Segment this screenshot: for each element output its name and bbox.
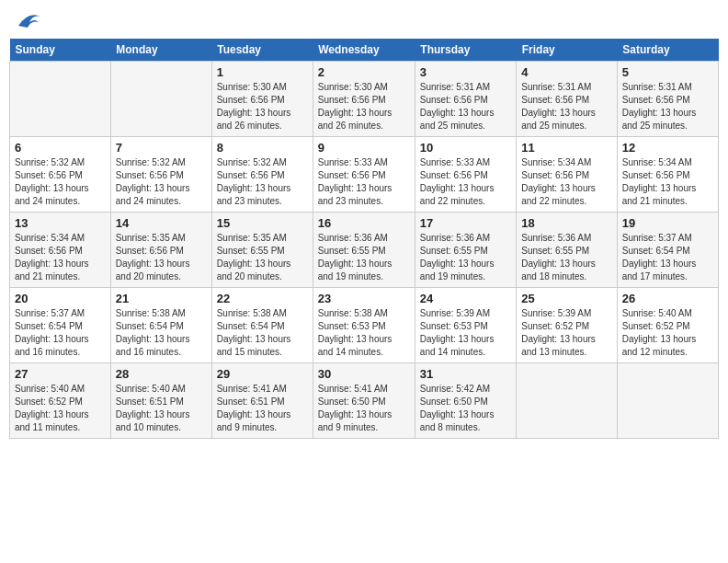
day-info: Sunrise: 5:30 AM Sunset: 6:56 PM Dayligh… bbox=[318, 81, 410, 132]
calendar-cell: 26Sunrise: 5:40 AM Sunset: 6:52 PM Dayli… bbox=[617, 288, 718, 363]
day-info: Sunrise: 5:42 AM Sunset: 6:50 PM Dayligh… bbox=[420, 383, 511, 434]
day-info: Sunrise: 5:38 AM Sunset: 6:53 PM Dayligh… bbox=[318, 307, 410, 359]
calendar-cell: 4Sunrise: 5:31 AM Sunset: 6:56 PM Daylig… bbox=[517, 62, 618, 137]
day-number: 29 bbox=[217, 367, 308, 381]
day-number: 28 bbox=[116, 367, 207, 381]
day-info: Sunrise: 5:34 AM Sunset: 6:56 PM Dayligh… bbox=[521, 156, 612, 208]
calendar-cell: 27Sunrise: 5:40 AM Sunset: 6:52 PM Dayli… bbox=[10, 363, 111, 439]
day-info: Sunrise: 5:36 AM Sunset: 6:55 PM Dayligh… bbox=[521, 232, 612, 283]
calendar-cell bbox=[10, 62, 111, 137]
day-number: 2 bbox=[318, 65, 410, 79]
day-number: 16 bbox=[318, 216, 410, 230]
day-number: 10 bbox=[420, 141, 511, 155]
calendar-cell: 14Sunrise: 5:35 AM Sunset: 6:56 PM Dayli… bbox=[110, 213, 211, 288]
calendar-cell: 29Sunrise: 5:41 AM Sunset: 6:51 PM Dayli… bbox=[211, 363, 313, 439]
day-number: 3 bbox=[420, 65, 511, 79]
calendar-cell: 3Sunrise: 5:31 AM Sunset: 6:56 PM Daylig… bbox=[415, 62, 516, 137]
day-info: Sunrise: 5:39 AM Sunset: 6:52 PM Dayligh… bbox=[521, 307, 612, 359]
calendar-cell: 1Sunrise: 5:30 AM Sunset: 6:56 PM Daylig… bbox=[211, 62, 313, 137]
calendar-cell: 10Sunrise: 5:33 AM Sunset: 6:56 PM Dayli… bbox=[415, 137, 516, 213]
weekday-header-wednesday: Wednesday bbox=[313, 39, 415, 62]
day-info: Sunrise: 5:30 AM Sunset: 6:56 PM Dayligh… bbox=[217, 81, 308, 132]
calendar-cell: 31Sunrise: 5:42 AM Sunset: 6:50 PM Dayli… bbox=[415, 363, 516, 439]
weekday-header-saturday: Saturday bbox=[617, 39, 718, 62]
day-number: 31 bbox=[420, 367, 511, 381]
week-row-3: 13Sunrise: 5:34 AM Sunset: 6:56 PM Dayli… bbox=[10, 213, 719, 288]
day-info: Sunrise: 5:38 AM Sunset: 6:54 PM Dayligh… bbox=[116, 307, 207, 359]
day-number: 5 bbox=[622, 65, 713, 79]
day-info: Sunrise: 5:33 AM Sunset: 6:56 PM Dayligh… bbox=[318, 156, 410, 208]
day-info: Sunrise: 5:39 AM Sunset: 6:53 PM Dayligh… bbox=[420, 307, 511, 359]
calendar-cell: 18Sunrise: 5:36 AM Sunset: 6:55 PM Dayli… bbox=[517, 213, 618, 288]
week-row-1: 1Sunrise: 5:30 AM Sunset: 6:56 PM Daylig… bbox=[10, 62, 719, 137]
day-number: 22 bbox=[217, 292, 308, 305]
calendar-cell: 6Sunrise: 5:32 AM Sunset: 6:56 PM Daylig… bbox=[10, 137, 111, 213]
calendar-cell: 30Sunrise: 5:41 AM Sunset: 6:50 PM Dayli… bbox=[313, 363, 415, 439]
week-row-5: 27Sunrise: 5:40 AM Sunset: 6:52 PM Dayli… bbox=[10, 363, 719, 439]
day-info: Sunrise: 5:37 AM Sunset: 6:54 PM Dayligh… bbox=[622, 232, 713, 283]
day-number: 25 bbox=[521, 292, 612, 305]
day-number: 11 bbox=[521, 141, 612, 155]
calendar-cell: 28Sunrise: 5:40 AM Sunset: 6:51 PM Dayli… bbox=[110, 363, 211, 439]
day-number: 19 bbox=[622, 216, 713, 230]
weekday-header-monday: Monday bbox=[110, 39, 211, 62]
day-number: 24 bbox=[420, 292, 511, 305]
week-row-2: 6Sunrise: 5:32 AM Sunset: 6:56 PM Daylig… bbox=[10, 137, 719, 213]
day-info: Sunrise: 5:35 AM Sunset: 6:55 PM Dayligh… bbox=[217, 232, 308, 283]
day-number: 14 bbox=[116, 216, 207, 230]
calendar-cell bbox=[517, 363, 618, 439]
day-info: Sunrise: 5:31 AM Sunset: 6:56 PM Dayligh… bbox=[521, 81, 612, 132]
calendar-cell bbox=[617, 363, 718, 439]
day-number: 4 bbox=[521, 65, 612, 79]
weekday-header-row: SundayMondayTuesdayWednesdayThursdayFrid… bbox=[10, 39, 719, 62]
day-number: 7 bbox=[116, 141, 207, 155]
day-info: Sunrise: 5:41 AM Sunset: 6:51 PM Dayligh… bbox=[217, 383, 308, 434]
day-number: 17 bbox=[420, 216, 511, 230]
day-info: Sunrise: 5:33 AM Sunset: 6:56 PM Dayligh… bbox=[420, 156, 511, 208]
calendar-cell: 7Sunrise: 5:32 AM Sunset: 6:56 PM Daylig… bbox=[110, 137, 211, 213]
day-info: Sunrise: 5:31 AM Sunset: 6:56 PM Dayligh… bbox=[420, 81, 511, 132]
day-info: Sunrise: 5:38 AM Sunset: 6:54 PM Dayligh… bbox=[217, 307, 308, 359]
calendar-cell: 15Sunrise: 5:35 AM Sunset: 6:55 PM Dayli… bbox=[211, 213, 313, 288]
day-number: 30 bbox=[318, 367, 410, 381]
day-info: Sunrise: 5:32 AM Sunset: 6:56 PM Dayligh… bbox=[116, 156, 207, 208]
weekday-header-thursday: Thursday bbox=[415, 39, 516, 62]
calendar-cell: 22Sunrise: 5:38 AM Sunset: 6:54 PM Dayli… bbox=[211, 288, 313, 363]
calendar-table: SundayMondayTuesdayWednesdayThursdayFrid… bbox=[9, 39, 719, 439]
calendar-cell: 5Sunrise: 5:31 AM Sunset: 6:56 PM Daylig… bbox=[617, 62, 718, 137]
day-number: 27 bbox=[15, 367, 106, 381]
calendar-cell: 21Sunrise: 5:38 AM Sunset: 6:54 PM Dayli… bbox=[110, 288, 211, 363]
logo bbox=[13, 9, 42, 31]
calendar-cell: 16Sunrise: 5:36 AM Sunset: 6:55 PM Dayli… bbox=[313, 213, 415, 288]
day-info: Sunrise: 5:32 AM Sunset: 6:56 PM Dayligh… bbox=[15, 156, 106, 208]
weekday-header-sunday: Sunday bbox=[10, 39, 111, 62]
calendar-cell: 20Sunrise: 5:37 AM Sunset: 6:54 PM Dayli… bbox=[10, 288, 111, 363]
day-number: 12 bbox=[622, 141, 713, 155]
calendar-cell: 8Sunrise: 5:32 AM Sunset: 6:56 PM Daylig… bbox=[211, 137, 313, 213]
day-number: 21 bbox=[116, 292, 207, 305]
calendar-cell: 11Sunrise: 5:34 AM Sunset: 6:56 PM Dayli… bbox=[517, 137, 618, 213]
day-info: Sunrise: 5:36 AM Sunset: 6:55 PM Dayligh… bbox=[318, 232, 410, 283]
week-row-4: 20Sunrise: 5:37 AM Sunset: 6:54 PM Dayli… bbox=[10, 288, 719, 363]
weekday-header-tuesday: Tuesday bbox=[211, 39, 313, 62]
day-number: 15 bbox=[217, 216, 308, 230]
day-info: Sunrise: 5:34 AM Sunset: 6:56 PM Dayligh… bbox=[15, 232, 106, 283]
calendar-cell: 2Sunrise: 5:30 AM Sunset: 6:56 PM Daylig… bbox=[313, 62, 415, 137]
day-number: 9 bbox=[318, 141, 410, 155]
logo-icon bbox=[15, 9, 42, 31]
day-number: 8 bbox=[217, 141, 308, 155]
day-number: 13 bbox=[15, 216, 106, 230]
page-header bbox=[9, 9, 719, 31]
calendar-cell: 19Sunrise: 5:37 AM Sunset: 6:54 PM Dayli… bbox=[617, 213, 718, 288]
weekday-header-friday: Friday bbox=[517, 39, 618, 62]
day-number: 26 bbox=[622, 292, 713, 305]
day-info: Sunrise: 5:36 AM Sunset: 6:55 PM Dayligh… bbox=[420, 232, 511, 283]
day-info: Sunrise: 5:37 AM Sunset: 6:54 PM Dayligh… bbox=[15, 307, 106, 359]
day-info: Sunrise: 5:34 AM Sunset: 6:56 PM Dayligh… bbox=[622, 156, 713, 208]
day-info: Sunrise: 5:40 AM Sunset: 6:52 PM Dayligh… bbox=[15, 383, 106, 434]
calendar-cell: 25Sunrise: 5:39 AM Sunset: 6:52 PM Dayli… bbox=[517, 288, 618, 363]
day-number: 18 bbox=[521, 216, 612, 230]
calendar-cell: 12Sunrise: 5:34 AM Sunset: 6:56 PM Dayli… bbox=[617, 137, 718, 213]
calendar-cell: 24Sunrise: 5:39 AM Sunset: 6:53 PM Dayli… bbox=[415, 288, 516, 363]
day-info: Sunrise: 5:40 AM Sunset: 6:51 PM Dayligh… bbox=[116, 383, 207, 434]
